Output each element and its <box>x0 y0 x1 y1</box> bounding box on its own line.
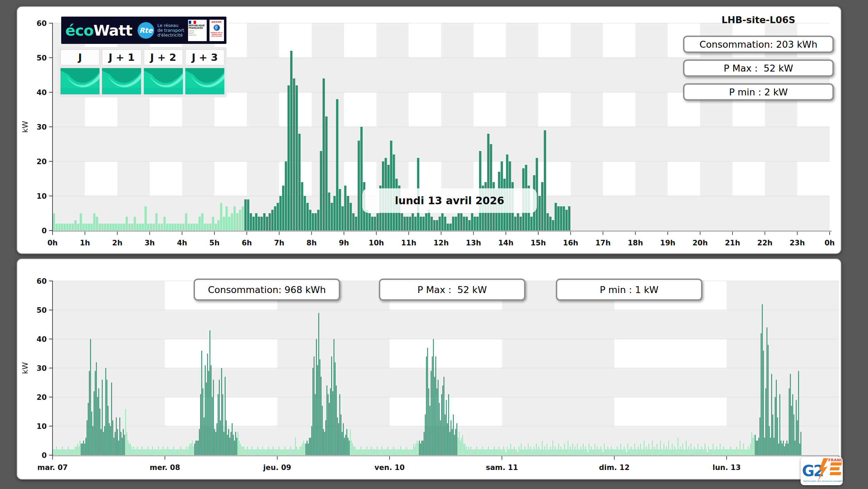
svg-text:0: 0 <box>41 451 47 460</box>
svg-text:mer. 08: mer. 08 <box>150 463 180 472</box>
svg-text:50: 50 <box>37 306 47 314</box>
svg-text:10: 10 <box>37 422 47 431</box>
svg-text:60: 60 <box>37 19 47 28</box>
lightning-icon <box>818 458 828 481</box>
daily-consumption-badge: Consommation: 203 kWh <box>683 36 834 53</box>
ecowatt-banner: écoWatt Rte Le réseau de transport d'éle… <box>61 17 226 44</box>
svg-text:dim. 12: dim. 12 <box>599 463 630 472</box>
ecowatt-logo-watt: Watt <box>93 22 132 39</box>
rte-tagline-line: Le réseau <box>157 23 184 28</box>
svg-text:0: 0 <box>41 227 47 235</box>
rte-tagline-line: d'électricité <box>157 33 184 38</box>
weekly-pmin-badge: P min : 1 kW <box>556 279 702 301</box>
daily-pmin-badge: P min : 2 kW <box>683 83 834 101</box>
g2e-logo-country: FRANCE <box>828 458 843 462</box>
svg-text:jeu. 09: jeu. 09 <box>263 463 291 472</box>
svg-text:2h: 2h <box>112 239 123 247</box>
svg-text:20: 20 <box>37 158 47 166</box>
ecowatt-logo: écoWatt <box>65 22 132 39</box>
weekly-consumption-badge: Consommation: 968 kWh <box>194 279 340 301</box>
svg-text:30: 30 <box>37 364 47 373</box>
svg-text:21h: 21h <box>725 239 740 247</box>
rf-motto: Liberté Égalité Fraternité <box>189 30 206 36</box>
svg-text:0h: 0h <box>47 239 58 247</box>
svg-text:40: 40 <box>37 335 47 344</box>
svg-text:13h: 13h <box>466 239 481 247</box>
rf-motto-line: Fraternité <box>189 34 206 36</box>
svg-text:15h: 15h <box>531 239 546 247</box>
svg-text:19h: 19h <box>660 239 675 247</box>
plot-background <box>53 281 839 455</box>
ademe-globe-icon <box>214 25 220 31</box>
ecowatt-day-j: J <box>60 49 100 65</box>
svg-text:8h: 8h <box>307 239 317 247</box>
g2e-logo-card: G2 FRANCE Optimisation des ressources én… <box>801 457 843 485</box>
weekly-chart-panel: 0102030405060mar. 07mer. 08jeu. 09ven. 1… <box>17 258 841 480</box>
svg-text:6h: 6h <box>242 239 252 247</box>
ademe-logo: ADEME AGENCE DE LA TRANSITION ÉCOLOGIQUE <box>209 20 224 41</box>
rte-tagline: Le réseau de transport d'électricité <box>157 23 184 38</box>
svg-text:11h: 11h <box>401 239 416 247</box>
y-axis-label: kW <box>21 121 29 133</box>
rte-tagline-line: de transport <box>157 28 184 33</box>
g2e-logo-e <box>828 462 843 475</box>
daily-stats-stack: LHB-site-L06S Consommation: 203 kWh P Ma… <box>683 15 834 107</box>
svg-text:1h: 1h <box>80 239 90 247</box>
svg-text:mar. 07: mar. 07 <box>37 463 68 472</box>
svg-text:10: 10 <box>37 192 47 200</box>
svg-text:lun. 13: lun. 13 <box>712 463 741 472</box>
g2e-logo: G2 FRANCE Optimisation des ressources én… <box>801 457 843 485</box>
ecowatt-forecast-tiles: J J + 1 J + 2 J + 3 <box>58 47 227 97</box>
republique-francaise-logo: RÉPUBLIQUE FRANÇAISE Liberté Égalité Fra… <box>188 20 207 41</box>
y-axis-label: kW <box>21 362 29 374</box>
svg-text:16h: 16h <box>563 239 578 247</box>
svg-text:9h: 9h <box>339 239 349 247</box>
svg-text:ven. 10: ven. 10 <box>374 463 404 472</box>
svg-text:22h: 22h <box>757 239 773 247</box>
svg-text:12h: 12h <box>433 239 449 247</box>
svg-text:40: 40 <box>37 88 47 97</box>
dashboard-page: { "site": { "title": "LHB-site-L06S" }, … <box>0 0 868 489</box>
date-annotation: lundi 13 avril 2026 <box>362 188 537 213</box>
ecowatt-wave-icon <box>144 68 183 94</box>
svg-text:10h: 10h <box>369 239 384 247</box>
ecowatt-wave-icon <box>185 68 224 94</box>
ecowatt-day-j1: J + 1 <box>102 49 141 65</box>
svg-text:50: 50 <box>37 54 47 62</box>
ecowatt-wave-icon <box>60 68 100 94</box>
svg-text:20h: 20h <box>692 239 708 247</box>
svg-text:14h: 14h <box>498 239 513 247</box>
svg-text:30: 30 <box>37 123 47 131</box>
svg-text:0h: 0h <box>824 239 835 247</box>
g2e-logo-tagline: Optimisation des ressources énergétiques <box>803 480 843 482</box>
svg-text:5h: 5h <box>209 239 220 247</box>
ecowatt-wave-icon <box>102 68 141 94</box>
svg-text:17h: 17h <box>595 239 610 247</box>
svg-text:18h: 18h <box>628 239 643 247</box>
french-flag-icon <box>189 21 196 24</box>
ademe-label: ADEME <box>211 21 222 23</box>
daily-pmax-badge: P Max : 52 kW <box>683 59 834 77</box>
weekly-pmax-badge: P Max : 52 kW <box>379 279 525 301</box>
rf-line: FRANÇAISE <box>189 27 206 29</box>
daily-chart-panel: 01020304050600h1h2h3h4h5h6h7h8h9h10h11h1… <box>17 6 841 254</box>
ecowatt-logo-eco: éco <box>65 22 93 39</box>
svg-text:20: 20 <box>37 393 47 402</box>
rte-logo-icon: Rte <box>138 22 154 39</box>
ecowatt-day-j2: J + 2 <box>144 49 183 65</box>
svg-text:60: 60 <box>37 277 47 285</box>
site-title: LHB-site-L06S <box>683 15 834 25</box>
svg-text:23h: 23h <box>790 239 805 247</box>
svg-text:sam. 11: sam. 11 <box>486 463 518 472</box>
svg-text:7h: 7h <box>274 239 284 247</box>
ecowatt-day-j3: J + 3 <box>185 49 224 65</box>
svg-text:4h: 4h <box>177 239 187 247</box>
ademe-sub-label: AGENCE DE LA TRANSITION ÉCOLOGIQUE <box>209 32 224 37</box>
svg-text:3h: 3h <box>144 239 155 247</box>
